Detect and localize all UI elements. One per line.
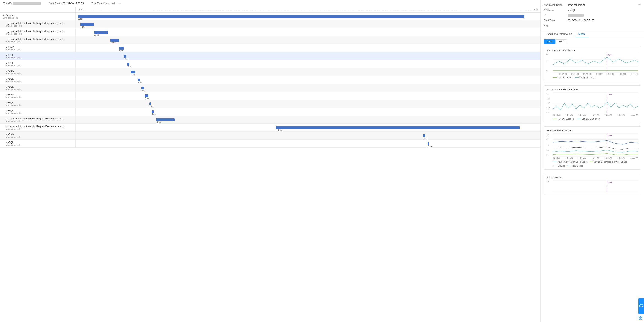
table-row[interactable]: ▼ 27 /ap... arms-console-hz 1.1s [0,12,540,20]
span-service: arms-console-hz [2,56,73,59]
table-row[interactable]: MyBatis arms-console-hz 4ms [0,132,540,140]
charts-area: Instantaneous GC Times 4 2 0 [540,46,644,322]
bar-duration: 33ms [94,33,100,36]
table-row[interactable]: MyBatis arms-console-hz 6ms [0,68,540,76]
timeline-area: 32ms [76,20,540,28]
span-service: arms-console-hz [2,96,73,98]
timeline-area: 1.1s [76,12,540,20]
table-row[interactable]: MySQL arms-console-hz 3ms [0,84,540,92]
tab-additional-info[interactable]: Additional Information [544,31,575,37]
detail-row-appname: Application Name arms-console-hz [544,2,638,7]
tab-metric[interactable]: Metric [575,31,588,37]
table-row[interactable]: MySQL arms-console-hz 4ms [0,108,540,116]
chart-legend: Full GC Times YoungGC Times [546,76,638,79]
span-service: arms-console-hz [2,112,73,114]
tag-label: Tag [544,24,568,27]
table-row[interactable]: org.apache.http.protocol.HttpRequestExec… [0,36,540,44]
bar-duration: 5ms [145,97,149,99]
span-service: arms-console-hz [2,136,73,138]
start-time-item: Start Time 2022-02-10 14:30:55 [49,2,84,5]
stack-memory-svg: Trace [553,134,638,157]
table-row[interactable]: MyBatis arms-console-hz 5ms [0,92,540,100]
span-service: arms-console-hz [2,40,73,43]
timeline-area: 33ms [76,28,540,36]
span-count: 27 [6,14,8,17]
bar-duration: 1ms [149,105,154,107]
legend-young-gc-duration: YoungGC Duration [577,118,600,120]
table-row[interactable]: org.apache.http.protocol.HttpRequestExec… [0,116,540,124]
close-icon[interactable]: ✕ [638,2,641,6]
span-info: MySQL arms-console-hz [0,60,76,68]
span-service: arms-console-hz [2,17,73,19]
table-row[interactable]: MySQL arms-console-hz 2ms [0,140,540,148]
chart-gc-times: Instantaneous GC Times 4 2 0 [544,46,641,81]
collapse-icon[interactable]: ▼ [2,14,5,17]
chart-expand-icon[interactable] [638,316,642,321]
span-name: /ap... [9,14,15,17]
span-info: MyBatis arms-console-hz [0,132,76,139]
trace-bar [276,126,520,129]
chart-stack-memory-title: Stack Memory Details [546,129,638,132]
gc-times-svg: Trace [553,53,638,73]
span-service: arms-console-hz [2,104,73,106]
span-name: org.apache.http.protocol.HttpRequestExec… [2,117,70,120]
bar-duration: 4ms [152,113,156,115]
bar-container: 2ms [78,54,538,58]
timeline-area: 2ms [76,140,540,147]
chart-y-labels: 8b 6b 4b 2b 0 [546,134,552,156]
tab-host[interactable]: Host [555,39,567,44]
bar-container: 6ms [78,70,538,74]
span-service: arms-console-hz [2,80,73,83]
legend-eden: Young Generation Eden Space [553,161,588,163]
chart-jvm-threads: JVM Threads 10k Trace [544,173,641,195]
total-time-value: 1.1s [116,2,121,5]
table-row[interactable]: MySQL arms-console-hz 2ms [0,52,540,60]
span-info: MyBatis arms-console-hz [0,44,76,52]
chart-x-labels: 14:14:00 14:19:00 14:24:00 14:29:00 14:3… [553,114,638,116]
bar-container: 3ms [78,86,538,90]
detail-header: Application Name arms-console-hz API Nam… [540,0,644,31]
span-service: arms-console-hz [2,144,73,146]
bar-container: 5ms [78,94,538,98]
table-row[interactable]: MyBatis arms-console-hz 6ms [0,44,540,52]
table-row[interactable]: MySQL arms-console-hz 3ms [0,60,540,68]
trace-bar [423,134,426,137]
start-time-value: 2022-02-10 14:30:55 [62,2,84,5]
legend-line-icon [553,161,557,162]
span-info: org.apache.http.protocol.HttpRequestExec… [0,124,76,131]
timeline-scale-header: 0ms 1.1s [76,7,540,12]
table-row[interactable]: org.apache.http.protocol.HttpRequestExec… [0,124,540,132]
trace-label: Trace [608,54,612,56]
table-row[interactable]: org.apache.http.protocol.HttpRequestExec… [0,20,540,28]
legend-line-icon [553,77,557,78]
tab-jvm[interactable]: JVM [544,39,555,44]
trace-id-item: TraceID [3,2,41,5]
detail-fields: Application Name arms-console-hz API Nam… [544,2,638,28]
span-service: arms-console-hz [2,88,73,91]
legend-line-icon [567,165,571,166]
chart-gc-times-title: Instantaneous GC Times [546,49,638,52]
timeline-area: 19ms [76,36,540,44]
timeline-area: 1ms [76,100,540,108]
bar-duration: 6ms [131,73,135,76]
trace-bar [127,63,130,65]
chart-y-labels: 4 2 0 [546,53,552,72]
trace-header: TraceID Start Time 2022-02-10 14:30:55 T… [0,0,540,7]
bar-duration: 2ms [138,81,142,84]
detail-row-ip: IP [544,13,638,18]
legend-line-icon [553,165,557,166]
span-name: MySQL [2,62,70,64]
span-service: arms-console-hz [2,25,73,27]
table-row[interactable]: org.apache.http.protocol.HttpRequestExec… [0,28,540,36]
table-row[interactable]: MySQL arms-console-hz 2ms [0,76,540,84]
bar-container: 583ms [78,126,538,130]
feedback-button[interactable] [638,298,644,314]
table-row[interactable]: MySQL arms-console-hz 1ms [0,100,540,108]
span-info: ▼ 27 /ap... arms-console-hz [0,12,76,20]
timeline-area: 5ms [76,92,540,100]
bar-container: 1ms [78,102,538,106]
metric-tabs: JVM Host [540,37,644,46]
app-name-label: Application Name [544,3,568,6]
trace-bar [110,39,119,42]
trace-bar [428,142,429,145]
